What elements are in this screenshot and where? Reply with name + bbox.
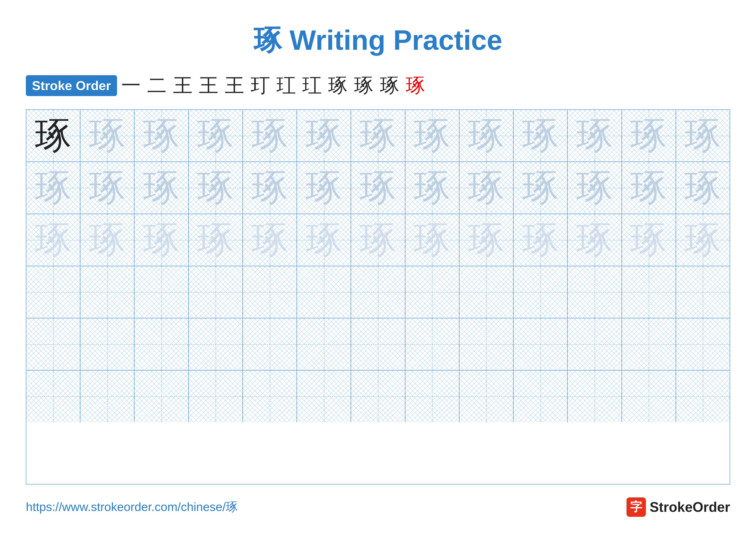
cell-3-8[interactable]: 琢: [405, 214, 459, 266]
cell-4-9[interactable]: [459, 266, 514, 318]
cell-2-7[interactable]: 琢: [351, 162, 405, 214]
logo-text: StrokeOrder: [650, 499, 730, 515]
cell-4-11[interactable]: [568, 266, 622, 318]
page: 琢 Writing Practice Stroke Order 一 二 王 王 …: [0, 0, 756, 534]
cell-4-2[interactable]: [80, 266, 134, 318]
stroke-3: 王: [173, 72, 192, 99]
cell-3-5[interactable]: 琢: [243, 214, 297, 266]
cell-3-6[interactable]: 琢: [297, 214, 351, 266]
cell-5-4[interactable]: [189, 318, 243, 370]
cell-3-4[interactable]: 琢: [189, 214, 243, 266]
cell-5-7[interactable]: [351, 318, 405, 370]
cell-6-6[interactable]: [297, 370, 351, 422]
cell-4-6[interactable]: [297, 266, 351, 318]
cell-4-1[interactable]: [26, 266, 80, 318]
practice-grid: 琢 琢 琢 琢 琢 琢 琢 琢 琢 琢 琢 琢 琢 琢 琢 琢 琢 琢 琢 琢 …: [26, 110, 730, 484]
grid-row-1: 琢 琢 琢 琢 琢 琢 琢 琢 琢 琢 琢 琢 琢: [26, 110, 730, 162]
footer-logo: 字 StrokeOrder: [627, 497, 730, 517]
cell-1-13[interactable]: 琢: [676, 110, 730, 162]
cell-5-12[interactable]: [622, 318, 676, 370]
cell-2-3[interactable]: 琢: [134, 162, 189, 214]
cell-3-9[interactable]: 琢: [459, 214, 514, 266]
cell-3-10[interactable]: 琢: [514, 214, 568, 266]
cell-4-4[interactable]: [189, 266, 243, 318]
cell-1-12[interactable]: 琢: [622, 110, 676, 162]
cell-2-12[interactable]: 琢: [622, 162, 676, 214]
cell-3-1[interactable]: 琢: [26, 214, 80, 266]
cell-6-12[interactable]: [622, 370, 676, 422]
cell-6-1[interactable]: [26, 370, 80, 422]
cell-4-10[interactable]: [514, 266, 568, 318]
cell-1-1[interactable]: 琢: [26, 110, 80, 162]
cell-5-11[interactable]: [568, 318, 622, 370]
stroke-9: 琢: [328, 72, 348, 99]
cell-3-13[interactable]: 琢: [676, 214, 730, 266]
cell-1-4[interactable]: 琢: [189, 110, 243, 162]
cell-1-3[interactable]: 琢: [134, 110, 189, 162]
logo-icon: 字: [627, 497, 646, 517]
cell-4-12[interactable]: [622, 266, 676, 318]
stroke-4: 王: [199, 72, 218, 99]
cell-4-3[interactable]: [134, 266, 189, 318]
cell-4-5[interactable]: [243, 266, 297, 318]
stroke-11: 琢: [380, 72, 399, 99]
stroke-order-badge: Stroke Order: [26, 75, 117, 96]
cell-2-10[interactable]: 琢: [514, 162, 568, 214]
cell-6-13[interactable]: [676, 370, 730, 422]
grid-row-2: 琢 琢 琢 琢 琢 琢 琢 琢 琢 琢 琢 琢 琢: [26, 162, 730, 214]
page-title: 琢 Writing Practice: [254, 21, 502, 60]
cell-2-9[interactable]: 琢: [459, 162, 514, 214]
cell-5-13[interactable]: [676, 318, 730, 370]
cell-1-10[interactable]: 琢: [514, 110, 568, 162]
cell-6-2[interactable]: [80, 370, 134, 422]
cell-6-11[interactable]: [568, 370, 622, 422]
cell-2-4[interactable]: 琢: [189, 162, 243, 214]
cell-6-9[interactable]: [459, 370, 514, 422]
cell-6-4[interactable]: [189, 370, 243, 422]
stroke-order-row: Stroke Order 一 二 王 王 王 玎 玒 玒 琢 琢 琢 琢: [26, 72, 730, 99]
cell-6-8[interactable]: [405, 370, 459, 422]
cell-1-2[interactable]: 琢: [80, 110, 134, 162]
cell-5-8[interactable]: [405, 318, 459, 370]
cell-1-9[interactable]: 琢: [459, 110, 514, 162]
cell-3-7[interactable]: 琢: [351, 214, 405, 266]
cell-5-1[interactable]: [26, 318, 80, 370]
cell-5-9[interactable]: [459, 318, 514, 370]
cell-1-7[interactable]: 琢: [351, 110, 405, 162]
cell-4-13[interactable]: [676, 266, 730, 318]
cell-5-6[interactable]: [297, 318, 351, 370]
cell-6-7[interactable]: [351, 370, 405, 422]
cell-5-2[interactable]: [80, 318, 134, 370]
cell-2-2[interactable]: 琢: [80, 162, 134, 214]
cell-6-3[interactable]: [134, 370, 189, 422]
cell-3-3[interactable]: 琢: [134, 214, 189, 266]
cell-4-8[interactable]: [405, 266, 459, 318]
footer-url: https://www.strokeorder.com/chinese/琢: [26, 499, 238, 515]
stroke-12-red: 琢: [406, 72, 425, 99]
cell-3-11[interactable]: 琢: [568, 214, 622, 266]
cell-3-12[interactable]: 琢: [622, 214, 676, 266]
stroke-10: 琢: [354, 72, 373, 99]
cell-2-5[interactable]: 琢: [243, 162, 297, 214]
footer: https://www.strokeorder.com/chinese/琢 字 …: [26, 497, 730, 517]
cell-2-13[interactable]: 琢: [676, 162, 730, 214]
stroke-chars: 一 二 王 王 王 玎 玒 玒 琢 琢 琢 琢: [121, 72, 425, 99]
cell-2-11[interactable]: 琢: [568, 162, 622, 214]
cell-2-8[interactable]: 琢: [405, 162, 459, 214]
cell-5-10[interactable]: [514, 318, 568, 370]
cell-5-5[interactable]: [243, 318, 297, 370]
cell-1-11[interactable]: 琢: [568, 110, 622, 162]
char-dark: 琢: [35, 117, 71, 154]
cell-5-3[interactable]: [134, 318, 189, 370]
cell-3-2[interactable]: 琢: [80, 214, 134, 266]
cell-2-6[interactable]: 琢: [297, 162, 351, 214]
stroke-6: 玎: [251, 72, 270, 99]
stroke-2: 二: [147, 72, 167, 99]
cell-2-1[interactable]: 琢: [26, 162, 80, 214]
cell-6-10[interactable]: [514, 370, 568, 422]
cell-1-6[interactable]: 琢: [297, 110, 351, 162]
cell-6-5[interactable]: [243, 370, 297, 422]
cell-4-7[interactable]: [351, 266, 405, 318]
cell-1-8[interactable]: 琢: [405, 110, 459, 162]
cell-1-5[interactable]: 琢: [243, 110, 297, 162]
